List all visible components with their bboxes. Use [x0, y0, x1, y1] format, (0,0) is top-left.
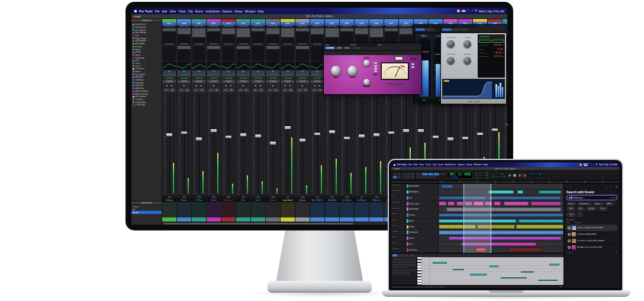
insert-slot[interactable] — [400, 37, 413, 40]
insert-slot[interactable] — [311, 34, 324, 37]
track-nameplate[interactable]: Mocks — [177, 198, 191, 202]
limiter-preset-selector[interactable]: Stereo Master — [479, 36, 504, 39]
sample-result-row[interactable]: DS_BHT_128_Bass_Loop_Dark.wav♡⋯ — [566, 225, 617, 231]
control-center-icon[interactable]: ⧉ — [475, 9, 477, 12]
mute-button[interactable]: M — [259, 89, 264, 92]
menu-event[interactable]: Event — [438, 164, 443, 166]
apple-menu-icon[interactable] — [394, 164, 395, 166]
track-lane[interactable] — [439, 236, 564, 241]
audio-clip[interactable] — [449, 236, 561, 241]
mixer-strip[interactable]: HEATINSERTS A-ESENDS A-EI/Oauto readno g… — [266, 19, 280, 222]
insert-slot[interactable] — [370, 34, 383, 37]
limiter-plugin-window[interactable]: THRESHOLD CEILING CHARACTER RELEASE Ster… — [440, 24, 507, 104]
track-nameplate[interactable]: Verb — [236, 198, 250, 202]
track-nameplate[interactable]: Verb 2 — [251, 198, 265, 202]
send-slot[interactable] — [311, 46, 324, 49]
track-header[interactable]: Hi Pad — [405, 224, 439, 229]
track-list-mini-item[interactable]: BTM SNKS 2 — [391, 190, 405, 195]
audio-clip[interactable] — [441, 184, 453, 188]
user-avatar[interactable] — [457, 9, 460, 12]
search-panel-nav[interactable]: ‹ › ⌂ ♡ ⚙ — [566, 185, 617, 188]
release-knob[interactable] — [363, 79, 370, 85]
tag-chip[interactable]: Hip Hop — [586, 207, 597, 212]
native-button[interactable]: Native — [344, 47, 350, 49]
fader-cap[interactable] — [181, 132, 187, 135]
fader-cap[interactable] — [240, 133, 246, 136]
track-lane[interactable] — [439, 207, 564, 212]
meter-buttons[interactable] — [411, 63, 414, 68]
track-lane[interactable] — [439, 224, 564, 229]
io-input-selector[interactable]: I/O — [163, 71, 176, 73]
track-nameplate[interactable]: VoxRobo2 — [355, 198, 369, 202]
pan-knob[interactable] — [301, 84, 304, 88]
fader-section[interactable] — [237, 92, 250, 195]
menu-options[interactable]: Options — [458, 164, 465, 166]
menu-track[interactable]: Track — [426, 164, 431, 166]
tag-chip[interactable]: Bass — [577, 207, 585, 212]
audio-clip[interactable] — [439, 213, 564, 217]
send-slot[interactable] — [252, 46, 265, 49]
send-slot[interactable] — [163, 55, 176, 58]
pan-knob[interactable] — [199, 84, 203, 88]
send-slot[interactable] — [178, 46, 191, 49]
send-slot[interactable] — [207, 55, 220, 58]
pan-knobs[interactable] — [177, 83, 191, 88]
audio-clip[interactable] — [488, 196, 561, 200]
pan-knob[interactable] — [229, 84, 233, 88]
ratio-buttons[interactable] — [374, 62, 377, 72]
io-output-selector[interactable] — [163, 73, 176, 76]
control-center-icon[interactable]: ⧉ — [596, 164, 597, 165]
track-nameplate[interactable]: AllOnMe2 — [325, 198, 339, 202]
compare-button[interactable]: COMPARE — [325, 47, 335, 49]
menu-pro-tools[interactable]: Pro Tools — [139, 9, 153, 13]
audio-clip[interactable] — [465, 201, 472, 206]
more-options-icon[interactable]: ⋯ — [615, 233, 617, 235]
fader-cap[interactable] — [196, 137, 202, 140]
insert-slot[interactable] — [340, 28, 353, 31]
eq-curve-thumbnail[interactable] — [237, 62, 250, 70]
wifi-icon[interactable]: ᯤ — [590, 164, 591, 165]
track-nameplate[interactable]: VoxRobo1 — [340, 198, 354, 202]
send-slot[interactable] — [266, 49, 279, 52]
send-slot[interactable] — [311, 52, 324, 55]
io-output-selector[interactable] — [192, 73, 205, 76]
send-slot[interactable] — [311, 55, 324, 58]
send-slot[interactable] — [311, 49, 324, 52]
send-slot[interactable] — [237, 46, 250, 49]
solo-button[interactable]: S — [312, 89, 317, 92]
track-lane[interactable] — [439, 201, 564, 206]
track-nameplate[interactable]: Don't Walk1 — [310, 198, 324, 202]
play-button[interactable] — [518, 174, 522, 177]
release-knob[interactable] — [463, 57, 471, 65]
solo-button[interactable]: S — [208, 89, 214, 92]
menu-view[interactable]: View — [169, 9, 176, 13]
solo-mute-buttons[interactable]: SM — [310, 88, 324, 92]
insert-slot[interactable] — [281, 34, 294, 37]
tag-chip[interactable]: Vocals — [566, 212, 576, 217]
filter-chip[interactable]: Drums ✕ — [566, 202, 577, 206]
track-nameplate[interactable]: VoxSample — [221, 198, 236, 202]
io-input-selector[interactable]: I/O — [296, 71, 309, 73]
pan-knob[interactable] — [259, 84, 262, 88]
loudness-mode-button[interactable] — [479, 40, 491, 43]
group-list-item[interactable]: Vocals — [131, 211, 162, 214]
edit-mode-buttons[interactable] — [393, 173, 401, 178]
back-icon[interactable]: ‹ — [566, 185, 567, 188]
filter-chip[interactable]: Instruments ⌄ — [578, 202, 592, 206]
menu-help[interactable]: Help — [257, 9, 263, 13]
edit-tool-buttons[interactable] — [416, 173, 445, 178]
next-page-icon[interactable]: › — [572, 252, 572, 254]
track-header[interactable]: Lead Vocal — [405, 247, 439, 252]
track-list-mini-item[interactable]: 808 DRUMS — [391, 207, 405, 212]
track-list-mini-item[interactable]: Kick — [391, 196, 405, 201]
track-header[interactable]: BTM SNKS 2 — [405, 190, 439, 195]
refresh-icon[interactable]: ⟳ — [610, 197, 612, 199]
automation-mode-selector[interactable]: auto read — [207, 77, 220, 80]
search-input[interactable]: Reference ⟳ 🗑 — [566, 195, 617, 200]
automation-mode-selector[interactable]: auto read — [178, 77, 191, 80]
mute-button[interactable]: M — [170, 89, 175, 92]
insert-slot[interactable] — [178, 28, 191, 31]
send-slot[interactable] — [237, 49, 250, 52]
io-output-selector[interactable] — [222, 73, 235, 76]
menu-file[interactable]: File — [408, 164, 412, 166]
